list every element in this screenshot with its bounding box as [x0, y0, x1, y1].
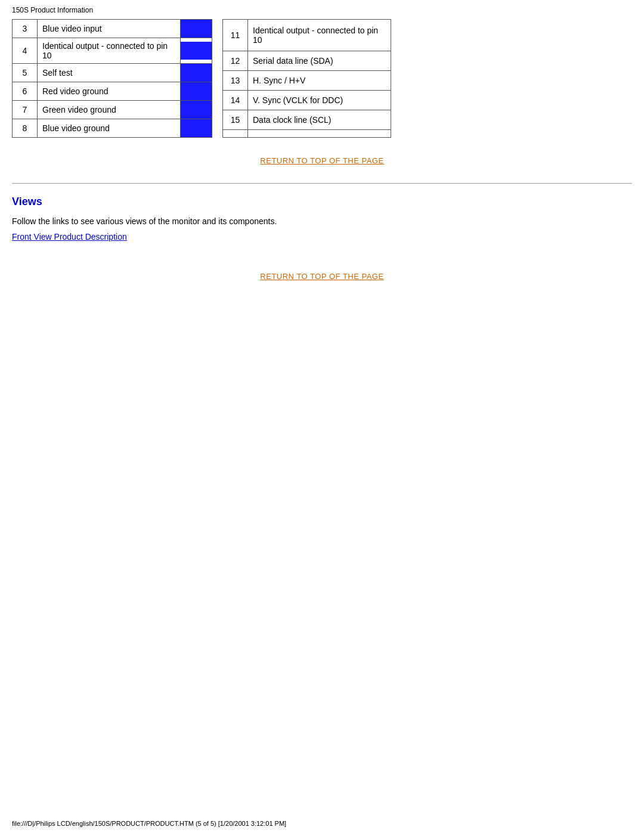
- pin-number: 7: [13, 101, 38, 119]
- table-row: 15Data clock line (SCL): [223, 110, 391, 129]
- table-gap: [212, 38, 222, 64]
- return-link-container-1: RETURN TO TOP OF THE PAGE: [12, 156, 632, 165]
- footer: file:///D|/Philips LCD/english/150S/PROD…: [12, 820, 286, 827]
- table-row: 13H. Sync / H+V: [223, 70, 391, 90]
- return-to-top-link-1[interactable]: RETURN TO TOP OF THE PAGE: [260, 156, 383, 165]
- pin-number: 13: [223, 70, 248, 90]
- pin-description: Self test: [38, 64, 181, 82]
- pin-number: 8: [13, 119, 38, 138]
- table-gap: [212, 101, 222, 119]
- pin-description: Green video ground: [38, 101, 181, 119]
- color-block: [181, 20, 212, 38]
- pin-description: V. Sync (VCLK for DDC): [248, 90, 391, 110]
- pin-description: Blue video ground: [38, 119, 181, 138]
- pin-number: 3: [13, 20, 38, 38]
- table-row: 14V. Sync (VCLK for DDC): [223, 90, 391, 110]
- pin-description: H. Sync / H+V: [248, 70, 391, 90]
- color-block: [181, 64, 212, 82]
- pin-description: Serial data line (SDA): [248, 51, 391, 70]
- pin-description: Blue video input: [38, 20, 181, 38]
- table-row: 5Self test: [13, 64, 222, 82]
- table-row: [223, 129, 391, 137]
- pin-number: 4: [13, 38, 38, 64]
- pin-number: 11: [223, 20, 248, 51]
- color-block: [181, 101, 212, 119]
- table-row: 11Identical output - connected to pin 10: [223, 20, 391, 51]
- left-pin-table: 3Blue video input4Identical output - con…: [12, 19, 222, 138]
- return-to-top-link-2[interactable]: RETURN TO TOP OF THE PAGE: [260, 272, 383, 281]
- pin-description: Identical output - connected to pin 10: [38, 38, 181, 64]
- pin-number: 14: [223, 90, 248, 110]
- views-description: Follow the links to see various views of…: [12, 216, 632, 226]
- pin-description: Identical output - connected to pin 10: [248, 20, 391, 51]
- table-gap: [212, 64, 222, 82]
- pin-number: [223, 129, 248, 137]
- right-pin-table: 11Identical output - connected to pin 10…: [222, 19, 391, 138]
- pin-color-cell: [181, 64, 212, 82]
- views-heading: Views: [12, 196, 632, 208]
- pin-color-cell: [181, 119, 212, 138]
- front-view-link[interactable]: Front View Product Description: [12, 232, 127, 241]
- page-wrapper: 150S Product Information 3Blue video inp…: [0, 0, 644, 323]
- section-divider: [12, 183, 632, 184]
- page-title: 150S Product Information: [12, 6, 632, 14]
- table-row: 4Identical output - connected to pin 10: [13, 38, 222, 64]
- pin-table-container: 3Blue video input4Identical output - con…: [12, 19, 632, 138]
- pin-color-cell: [181, 82, 212, 101]
- table-gap: [212, 20, 222, 38]
- pin-number: 15: [223, 110, 248, 129]
- table-row: 6Red video ground: [13, 82, 222, 101]
- table-gap: [212, 82, 222, 101]
- pin-color-cell: [181, 101, 212, 119]
- pin-color-cell: [181, 20, 212, 38]
- pin-number: 6: [13, 82, 38, 101]
- pin-description: Red video ground: [38, 82, 181, 101]
- return-link-container-2: RETURN TO TOP OF THE PAGE: [12, 271, 632, 281]
- table-row: 3Blue video input: [13, 20, 222, 38]
- pin-number: 12: [223, 51, 248, 70]
- table-row: 12Serial data line (SDA): [223, 51, 391, 70]
- pin-description: [248, 129, 391, 137]
- pin-number: 5: [13, 64, 38, 82]
- table-row: 8Blue video ground: [13, 119, 222, 138]
- color-block: [181, 119, 212, 137]
- table-row: 7Green video ground: [13, 101, 222, 119]
- pin-color-cell: [181, 38, 212, 64]
- views-section: Views Follow the links to see various vi…: [12, 196, 632, 241]
- pin-description: Data clock line (SCL): [248, 110, 391, 129]
- table-gap: [212, 119, 222, 138]
- color-block: [181, 82, 212, 100]
- color-block: [181, 42, 212, 60]
